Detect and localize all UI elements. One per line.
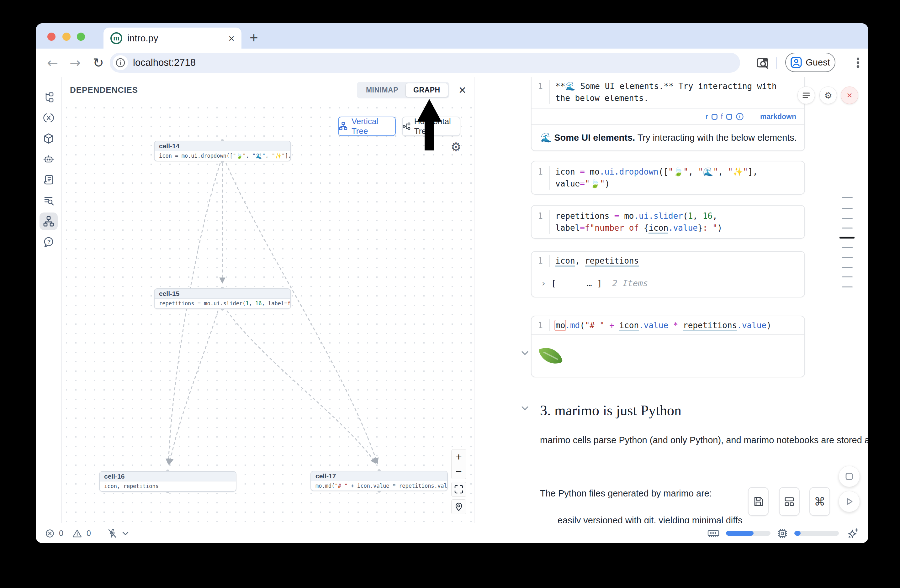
browser-tab[interactable]: m intro.py × [104,28,242,49]
code-token: ) [605,179,610,188]
notebook-menu-button[interactable] [798,87,815,104]
zoom-in-button[interactable]: + [451,449,466,464]
site-info-icon[interactable] [113,55,128,70]
graph-edges [62,103,474,523]
forward-button[interactable]: → [70,49,81,77]
stop-button[interactable] [838,466,860,487]
toggle-f-checkbox[interactable] [726,114,732,120]
layout-button[interactable] [779,487,800,516]
notebook-cell-markdown[interactable]: 1 **🌊 Some UI elements.** Try interactin… [531,77,805,151]
file-explorer-icon[interactable] [39,88,58,106]
code-token: , label= [262,300,287,306]
graph-node-cell-16[interactable]: cell-16 icon, repetitions [99,471,236,492]
reload-button[interactable]: ↻ [93,49,104,77]
info-icon[interactable] [736,113,744,121]
collapse-chevron-icon[interactable] [520,350,530,357]
minimap-current-cell-marker[interactable] [839,237,855,238]
keyboard-shortcuts-button[interactable]: ⌘ [809,487,830,516]
minimize-window-button[interactable] [62,32,71,41]
center-node-button[interactable] [451,499,466,514]
code-token: repetitions [556,211,614,221]
close-panel-icon[interactable]: × [459,84,466,96]
notebook-cell-slider[interactable]: 1 repetitions = mo.ui.slider(1, 16, labe… [531,205,805,239]
close-window-button[interactable] [47,32,56,41]
toggle-r-checkbox[interactable] [712,114,717,120]
minimap-cell-marker[interactable] [842,247,853,248]
marimo-favicon-icon: m [110,32,122,44]
graph-node-cell-17[interactable]: cell-17 mo.md("# " + icon.value * repeti… [310,471,448,491]
code-line[interactable]: **🌊 Some UI elements.** Try interacting … [549,80,797,92]
cell-output-leaf [532,334,804,377]
tab-search-icon[interactable] [756,49,770,77]
tab-minimap[interactable]: MINIMAP [358,84,406,97]
run-button[interactable] [838,491,860,512]
minimap-cell-marker[interactable] [842,208,853,209]
minimap-cell-marker[interactable] [842,277,853,277]
minimap-cell-marker[interactable] [842,218,853,219]
zoom-out-button[interactable]: − [451,464,466,479]
code-token: mo [585,167,600,176]
code-line[interactable]: label=f"number of {icon.value}: ") [549,222,797,234]
variables-icon[interactable] [39,109,58,127]
notebook-cell-markdown-expr[interactable]: 1 mo.md("# " + icon.value * repetitions.… [531,316,805,378]
save-button[interactable] [748,487,769,516]
notebook-settings-button[interactable]: ⚙ [819,87,837,104]
code-line[interactable]: icon = mo.ui.dropdown(["🍃", "🌊", "✨"], [549,166,797,178]
profile-button[interactable]: Guest [785,53,835,72]
code-token: marimo cells parse Python (and only Pyth… [540,435,868,445]
ai-assistant-icon[interactable] [39,150,58,168]
address-bar[interactable]: localhost:2718 [110,53,740,73]
cell-output-collapsed-list[interactable]: › [ … ] 2 Items [532,270,804,297]
outline-search-icon[interactable] [39,192,58,209]
maximize-window-button[interactable] [77,32,85,41]
packages-icon[interactable] [39,130,58,147]
graph-settings-icon[interactable]: ⚙ [451,140,461,154]
browser-menu-icon[interactable] [852,49,864,77]
browser-tab-bar: m intro.py × + [36,23,868,49]
code-line[interactable]: value="🍃") [549,178,797,190]
node-title: cell-14 [155,141,290,151]
minimap-cell-marker[interactable] [842,286,853,288]
minimap-cell-marker[interactable] [842,267,853,268]
play-icon [844,497,854,506]
profile-name: Guest [805,57,830,68]
shutdown-button[interactable]: × [841,87,858,104]
graph-canvas[interactable]: Vertical Tree Horizontal Tree ⚙ cell-14 … [62,103,474,523]
code-token: + icon.value * repetitions.value) [348,483,447,489]
cell-output: 🌊 Some UI elements. Try interacting with… [532,124,804,150]
notebook-cell-dropdown[interactable]: 1 icon = mo.ui.dropdown(["🍃", "🌊", "✨"],… [531,161,805,195]
minimap-cell-marker[interactable] [842,257,853,258]
graph-node-cell-14[interactable]: cell-14 icon = mo.ui.dropdown(["🍃", "🌊",… [154,141,291,161]
tab-graph[interactable]: GRAPH [406,84,448,97]
code-token: mo [619,211,634,221]
section-chevron-icon[interactable] [520,405,530,412]
cell-language-badge[interactable]: markdown [760,113,796,121]
vertical-tree-button[interactable]: Vertical Tree [338,117,396,136]
code-line[interactable]: icon, repetitions [549,255,797,267]
autorun-disabled-icon[interactable] [107,528,117,538]
chevron-down-icon[interactable] [122,531,129,536]
code-token: .ui.slider [634,211,683,221]
code-line[interactable]: the below elements. [549,92,797,104]
new-tab-button[interactable]: + [250,28,258,47]
code-token: = [580,167,585,176]
dependency-graph-icon[interactable] [39,212,58,230]
notebook-cell-tuple[interactable]: 1 icon, repetitions › [ … ] 2 Items [531,251,805,297]
code-token: .value [668,223,698,232]
graph-node-cell-15[interactable]: cell-15 repetitions = mo.ui.slider(1, 16… [154,288,291,309]
ai-sparkle-icon[interactable] [847,528,859,539]
back-button[interactable]: ← [47,49,58,77]
help-icon[interactable]: ? [39,233,58,251]
warnings-icon[interactable] [72,529,82,538]
code-line[interactable]: repetitions = mo.ui.slider(1, 16, [549,210,797,222]
minimap-cell-marker[interactable] [842,227,853,229]
fit-view-button[interactable] [451,482,466,497]
tab-close-icon[interactable]: × [228,33,234,43]
snippets-icon[interactable] [39,171,58,189]
annotation-arrow [417,99,442,152]
errors-icon[interactable] [45,529,54,538]
minimap-cell-marker[interactable] [842,197,853,198]
code-line[interactable]: mo.md("# " + icon.value * repetitions.va… [549,319,797,331]
node-code: mo.md("# " + icon.value * repetitions.va… [311,481,447,491]
vertical-tree-icon [339,122,348,131]
